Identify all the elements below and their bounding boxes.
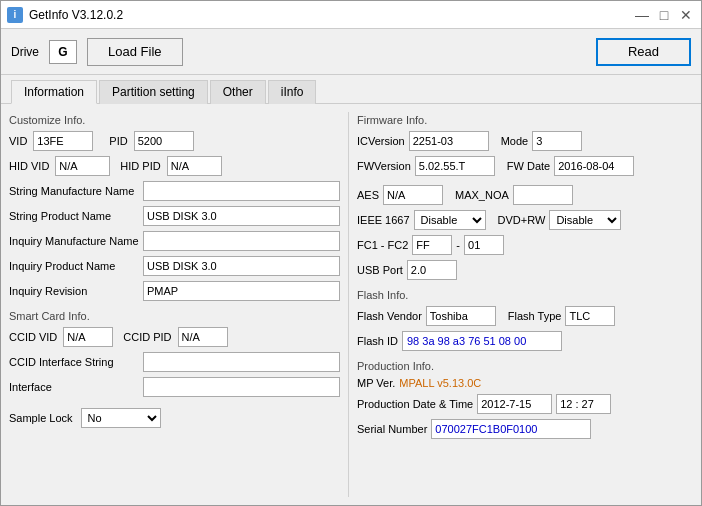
max-noa-input[interactable] (513, 185, 573, 205)
drive-value: G (49, 40, 77, 64)
dvd-rw-label: DVD+RW (498, 214, 546, 226)
mode-label: Mode (501, 135, 529, 147)
flash-vendor-input[interactable] (426, 306, 496, 326)
serial-input[interactable] (431, 419, 591, 439)
production-title: Production Info. (357, 360, 693, 372)
fc-label: FC1 - FC2 (357, 239, 408, 251)
smart-card-title: Smart Card Info. (9, 310, 340, 322)
drive-label: Drive (11, 45, 39, 59)
window-controls: — □ ✕ (633, 6, 695, 24)
hid-vid-input[interactable] (55, 156, 110, 176)
flash-title: Flash Info. (357, 289, 693, 301)
ccid-pid-label: CCID PID (123, 331, 171, 343)
prod-date-input[interactable] (477, 394, 552, 414)
ccid-vid-label: CCID VID (9, 331, 57, 343)
inquiry-rev-row: Inquiry Revision (9, 281, 340, 301)
string-mfr-input[interactable] (143, 181, 340, 201)
toolbar: Drive G Load File Read (1, 29, 701, 75)
pid-input[interactable] (134, 131, 194, 151)
fw-version-date-row: FWVersion FW Date (357, 156, 693, 176)
string-mfr-row: String Manufacture Name (9, 181, 340, 201)
serial-label: Serial Number (357, 423, 427, 435)
flash-id-row: Flash ID 98 3a 98 a3 76 51 08 00 (357, 331, 693, 351)
interface-row: Interface (9, 377, 340, 397)
sample-lock-label: Sample Lock (9, 412, 73, 424)
string-prod-row: String Product Name (9, 206, 340, 226)
string-prod-label: String Product Name (9, 210, 139, 222)
tab-other[interactable]: Other (210, 80, 266, 104)
ic-version-label: ICVersion (357, 135, 405, 147)
mp-ver-label: MP Ver. (357, 377, 395, 389)
aes-label: AES (357, 189, 379, 201)
maximize-button[interactable]: □ (655, 6, 673, 24)
inquiry-prod-row: Inquiry Product Name (9, 256, 340, 276)
sample-lock-row: Sample Lock No Yes (9, 408, 340, 428)
ic-version-input[interactable] (409, 131, 489, 151)
inquiry-mfr-label: Inquiry Manufacture Name (9, 235, 139, 247)
flash-id-label: Flash ID (357, 335, 398, 347)
ieee-select[interactable]: Disable Enable (414, 210, 486, 230)
fc-row: FC1 - FC2 - (357, 235, 693, 255)
mp-ver-row: MP Ver. MPALL v5.13.0C (357, 377, 693, 389)
serial-row: Serial Number (357, 419, 693, 439)
fw-date-input[interactable] (554, 156, 634, 176)
pid-label: PID (109, 135, 127, 147)
fc1-input[interactable] (412, 235, 452, 255)
tab-iinfo[interactable]: iInfo (268, 80, 317, 104)
vid-pid-row: VID PID (9, 131, 340, 151)
flash-id-value: 98 3a 98 a3 76 51 08 00 (402, 331, 562, 351)
title-bar: i GetInfo V3.12.0.2 — □ ✕ (1, 1, 701, 29)
inquiry-prod-input[interactable] (143, 256, 340, 276)
inquiry-mfr-input[interactable] (143, 231, 340, 251)
hid-pid-input[interactable] (167, 156, 222, 176)
ccid-pid-input[interactable] (178, 327, 228, 347)
main-content: Customize Info. VID PID HID VID HID PID … (1, 104, 701, 505)
max-noa-label: MAX_NOA (455, 189, 509, 201)
hid-vid-pid-row: HID VID HID PID (9, 156, 340, 176)
customize-title: Customize Info. (9, 114, 340, 126)
inquiry-rev-label: Inquiry Revision (9, 285, 139, 297)
close-button[interactable]: ✕ (677, 6, 695, 24)
ccid-vid-input[interactable] (63, 327, 113, 347)
usb-port-row: USB Port (357, 260, 693, 280)
mode-input[interactable] (532, 131, 582, 151)
flash-vendor-type-row: Flash Vendor Flash Type (357, 306, 693, 326)
string-prod-input[interactable] (143, 206, 340, 226)
tab-information[interactable]: Information (11, 80, 97, 104)
usb-port-label: USB Port (357, 264, 403, 276)
mp-ver-value: MPALL v5.13.0C (399, 377, 481, 389)
flash-type-input[interactable] (565, 306, 615, 326)
ic-version-mode-row: ICVersion Mode (357, 131, 693, 151)
minimize-button[interactable]: — (633, 6, 651, 24)
tab-bar: Information Partition setting Other iInf… (1, 75, 701, 104)
fw-date-label: FW Date (507, 160, 550, 172)
usb-port-input[interactable] (407, 260, 457, 280)
read-button[interactable]: Read (596, 38, 691, 66)
aes-maxnoa-row: AES MAX_NOA (357, 185, 693, 205)
interface-label: Interface (9, 381, 139, 393)
hid-pid-label: HID PID (120, 160, 160, 172)
inquiry-prod-label: Inquiry Product Name (9, 260, 139, 272)
string-mfr-label: String Manufacture Name (9, 185, 139, 197)
ieee-dvd-row: IEEE 1667 Disable Enable DVD+RW Disable … (357, 210, 693, 230)
fc2-input[interactable] (464, 235, 504, 255)
inquiry-rev-input[interactable] (143, 281, 340, 301)
ccid-interface-label: CCID Interface String (9, 356, 139, 368)
prod-date-label: Production Date & Time (357, 398, 473, 410)
sample-lock-select[interactable]: No Yes (81, 408, 161, 428)
ccid-interface-input[interactable] (143, 352, 340, 372)
fw-version-input[interactable] (415, 156, 495, 176)
vid-input[interactable] (33, 131, 93, 151)
app-icon: i (7, 7, 23, 23)
aes-input[interactable] (383, 185, 443, 205)
ieee-label: IEEE 1667 (357, 214, 410, 226)
flash-vendor-label: Flash Vendor (357, 310, 422, 322)
ccid-vid-pid-row: CCID VID CCID PID (9, 327, 340, 347)
tab-partition-setting[interactable]: Partition setting (99, 80, 208, 104)
fw-version-label: FWVersion (357, 160, 411, 172)
dvd-rw-select[interactable]: Disable Enable (549, 210, 621, 230)
interface-input[interactable] (143, 377, 340, 397)
load-file-button[interactable]: Load File (87, 38, 182, 66)
hid-vid-label: HID VID (9, 160, 49, 172)
prod-time-input[interactable] (556, 394, 611, 414)
